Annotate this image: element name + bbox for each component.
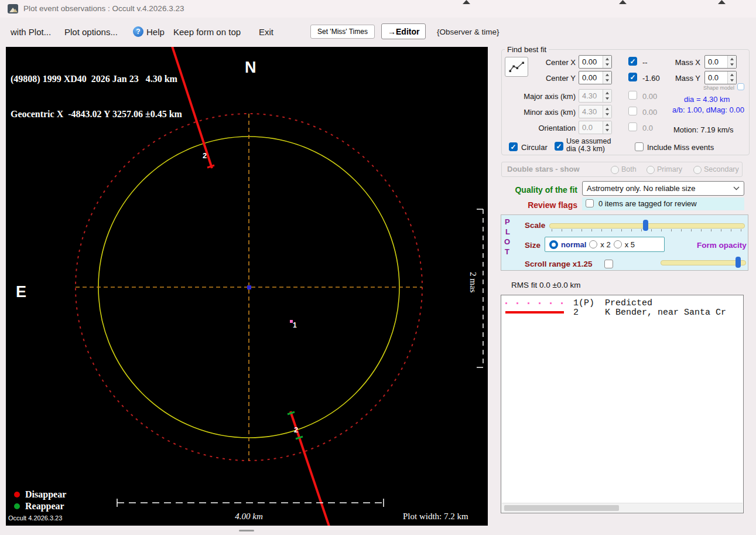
disappear-dot-icon [14, 492, 20, 497]
mass-y-spinner[interactable] [727, 71, 736, 84]
size-x5-radio[interactable] [614, 240, 622, 248]
major-axis-label: Major axis (km) [505, 92, 576, 101]
quality-of-fit-value: Astrometry only. No reliable size [587, 184, 695, 193]
size-x2-radio[interactable] [589, 240, 597, 248]
north-label: N [245, 59, 256, 77]
legend-disappear-label: Disappear [25, 489, 66, 500]
mas-scale-label: 2 mas [468, 272, 478, 292]
plot-panel-letter: P [505, 217, 510, 226]
shape-model-checkbox[interactable] [737, 83, 744, 90]
mass-y-label: Mass Y [665, 74, 700, 83]
orientation-spinner [603, 121, 611, 134]
orientation-value: 0.0 [582, 123, 593, 132]
spinner-up-icon[interactable] [728, 71, 736, 78]
observer-time-label[interactable]: {Observer & time} [437, 28, 500, 36]
spinner-down-icon [603, 128, 611, 134]
plot-panel-letter: O [504, 237, 510, 246]
spinner-up-icon[interactable] [603, 56, 611, 62]
check-icon: ✓ [629, 73, 637, 81]
include-miss-checkbox[interactable] [635, 142, 644, 151]
fit-x-checkbox[interactable]: ✓ [628, 57, 637, 66]
minor-axis-checkbox[interactable] [628, 107, 637, 115]
spinner-up-icon[interactable] [728, 56, 736, 62]
mass-x-spinner[interactable] [727, 56, 736, 68]
quality-of-fit-dropdown[interactable]: Astrometry only. No reliable size [582, 181, 744, 196]
spinner-up-icon[interactable] [603, 71, 611, 78]
orientation-checkbox[interactable] [628, 122, 637, 131]
object-title: (49808) 1999 XD40 2026 Jan 23 4.30 km [11, 73, 182, 85]
review-flags-label: Review flags [497, 200, 577, 210]
help-icon[interactable]: ? [133, 26, 143, 37]
primary-radio[interactable] [646, 166, 655, 174]
reappear-tick [288, 412, 295, 414]
resize-handle[interactable] [239, 530, 254, 531]
scrollbar-thumb[interactable] [504, 505, 619, 511]
spinner-down-icon[interactable] [603, 78, 611, 84]
review-flags-checkbox[interactable] [586, 199, 594, 207]
horizontal-scrollbar[interactable] [502, 503, 743, 512]
form-opacity-slider[interactable] [661, 256, 746, 269]
quality-of-fit-label: Quality of the fit [497, 185, 577, 195]
size-label: Size [525, 241, 541, 250]
plot-header: (49808) 1999 XD40 2026 Jan 23 4.30 km Ge… [11, 50, 182, 144]
legend-reappear: Reappear [14, 500, 66, 512]
set-miss-times-button[interactable]: Set 'Miss' Times [310, 25, 375, 39]
chevron-down-icon [733, 186, 740, 190]
size-normal-radio[interactable] [549, 240, 558, 249]
circular-checkbox[interactable]: ✓ [509, 142, 518, 151]
include-miss-label: Include Miss events [647, 143, 714, 152]
background-window-artifact [463, 0, 470, 4]
center-y-input[interactable]: 0.00 [579, 71, 612, 84]
mass-x-value: 0.0 [708, 57, 719, 66]
observation-row-chord[interactable]: 2 K Bender, near Santa Cr [501, 308, 743, 317]
plot-legend: Disappear Reappear [14, 489, 66, 512]
fit-y-checkbox[interactable]: ✓ [628, 73, 637, 81]
spinner-down-icon[interactable] [603, 62, 611, 69]
center-x-input[interactable]: 0.00 [579, 55, 612, 69]
major-axis-checkbox[interactable] [628, 91, 637, 100]
spinner-up-icon [603, 90, 611, 96]
plot-panel-letter: L [505, 227, 510, 236]
size-normal-label: normal [561, 240, 586, 249]
spinner-down-icon[interactable] [728, 62, 736, 69]
spinner-down-icon[interactable] [728, 78, 736, 84]
observation-row-predicted[interactable]: 1(P) Predicted [501, 298, 743, 308]
minor-axis-flag-label: 0.00 [642, 108, 657, 117]
slider-thumb[interactable] [736, 257, 741, 268]
window-title: Plot event observations : Occult v.4.202… [23, 4, 184, 13]
menu-help[interactable]: Help [146, 27, 165, 37]
chord-line-sample [505, 311, 564, 313]
both-radio[interactable] [611, 166, 619, 174]
menu-plot-options[interactable]: Plot options... [64, 27, 118, 37]
center-x-value: 0.00 [582, 57, 597, 66]
secondary-radio[interactable] [693, 166, 702, 174]
plot-canvas[interactable]: (49808) 1999 XD40 2026 Jan 23 4.30 km Ge… [6, 47, 488, 526]
use-assumed-dia-checkbox[interactable]: ✓ [555, 142, 563, 151]
reappear-dot-icon [14, 503, 20, 509]
minor-axis-input: 4.30 [579, 105, 612, 118]
scroll-range-checkbox[interactable] [604, 260, 613, 268]
editor-button[interactable]: →Editor [381, 23, 426, 39]
menu-exit[interactable]: Exit [259, 27, 273, 37]
chord-label-upper: 2 [203, 151, 207, 160]
east-label: E [16, 283, 26, 301]
mass-y-input[interactable]: 0.0 [704, 71, 737, 84]
scale-slider[interactable] [549, 219, 745, 232]
menu-with-plot[interactable]: with Plot... [11, 27, 51, 37]
center-x-spinner[interactable] [603, 56, 611, 68]
minor-axis-value: 4.30 [582, 107, 597, 116]
mass-x-input[interactable]: 0.0 [704, 55, 737, 69]
axis-ratio-info: a/b: 1.00, dMag: 0.00 [672, 105, 744, 114]
spinner-down-icon [603, 112, 611, 118]
circular-label: Circular [521, 143, 548, 152]
observations-list[interactable]: 1(P) Predicted 2 K Bender, near Santa Cr [501, 295, 744, 513]
check-icon: ✓ [509, 143, 517, 151]
menu-keep-form-on-top[interactable]: Keep form on top [173, 27, 241, 37]
slider-track[interactable] [661, 260, 746, 265]
form-opacity-label[interactable]: Form opacity [697, 241, 747, 250]
fit-y-flag-label: -1.60 [642, 74, 660, 83]
scroll-range-label: Scroll range x1.25 [525, 260, 593, 268]
center-y-spinner[interactable] [603, 71, 611, 84]
slider-thumb[interactable] [643, 220, 648, 231]
scale-bar-label: 4.00 km [211, 512, 287, 522]
